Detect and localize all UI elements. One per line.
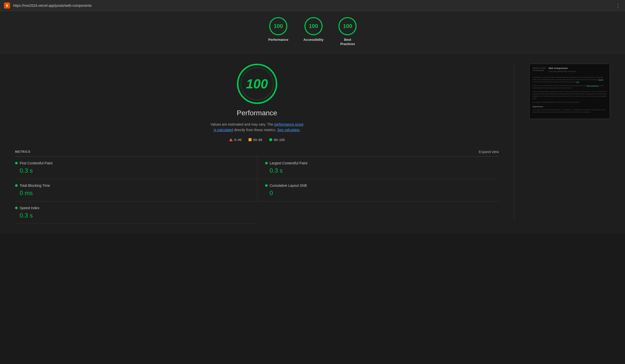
screenshot-body2: At the time, I made a decision to use an… (533, 85, 607, 89)
metric-cls-dot (265, 184, 268, 187)
legend-range-green: 90–100 (274, 138, 285, 142)
legend-range-orange: 50–89 (253, 138, 262, 142)
screenshot-section-title: Experience (533, 105, 607, 108)
metric-cls-label: Cumulative Layout Shift (270, 184, 307, 188)
metric-fcp-label-row: First Contentful Paint (15, 161, 249, 165)
metric-si: Speed Index 0.3 s (15, 201, 257, 224)
legend-square-icon (249, 138, 252, 141)
metric-fcp-value: 0.3 s (20, 167, 249, 174)
accessibility-score-label: Accessibility (303, 38, 324, 42)
metric-tbt-dot (15, 184, 18, 187)
category-title: Performance (15, 109, 499, 117)
big-score-value: 100 (246, 76, 268, 91)
legend-item-orange: 50–89 (249, 138, 262, 142)
screenshot-body3: Web Components bring a natural ring of a… (533, 91, 607, 100)
accessibility-score-item: 100 Accessibility (303, 17, 324, 42)
metric-fcp-dot (15, 162, 18, 164)
metric-si-value: 0.3 s (20, 212, 249, 219)
description-part1: Values are estimated and may vary. The (211, 122, 274, 126)
big-score-circle: 100 (237, 64, 277, 104)
score-summary-bar: 100 Performance 100 Accessibility 100 Be… (0, 11, 625, 54)
metrics-grid: First Contentful Paint 0.3 s Largest Con… (15, 157, 499, 224)
metric-si-dot (15, 207, 18, 209)
metric-tbt-label-row: Total Blocking Time (15, 184, 249, 188)
metric-lcp-label: Largest Contentful Paint (270, 161, 307, 165)
vertical-divider (514, 64, 514, 219)
best-practices-score-circle: 100 (338, 17, 357, 35)
metric-fcp-label: First Contentful Paint (20, 161, 53, 165)
metric-tbt-label: Total Blocking Time (20, 184, 50, 188)
screenshot-content-col: Web Components They keep getting better … (548, 67, 607, 74)
screenshot-body1: A while back I wrote to the website, (di… (533, 76, 607, 83)
accessibility-score-circle: 100 (304, 17, 323, 35)
metrics-heading: METRICS (15, 150, 30, 154)
screenshot-title: Web Components (548, 67, 607, 69)
browser-url: https://nve2024.vercel.app/posts/web-com… (13, 4, 612, 8)
metric-si-label-row: Speed Index (15, 206, 249, 210)
screenshot-body5: There were a number of like frameworks, … (533, 109, 607, 113)
main-content: 100 Performance Values are estimated and… (0, 54, 625, 234)
screenshot-container: What Are WebComponents Web Components Th… (529, 64, 610, 119)
browser-bar: https://nve2024.vercel.app/posts/web-com… (0, 0, 625, 11)
screenshot-nav: What Are WebComponents (533, 67, 545, 74)
legend-item-red: 0–49 (229, 138, 241, 142)
best-practices-score-label: BestPractices (340, 38, 355, 46)
legend-triangle-icon (229, 138, 233, 141)
performance-score-item: 100 Performance (268, 17, 288, 42)
calculator-link[interactable]: See calculator. (277, 128, 300, 132)
legend: 0–49 50–89 90–100 (15, 138, 499, 142)
description-text: Values are estimated and may vary. The p… (199, 122, 315, 133)
metric-cls: Cumulative Layout Shift 0 (257, 179, 499, 201)
metric-lcp-value: 0.3 s (270, 167, 495, 174)
best-practices-score-item: 100 BestPractices (338, 17, 357, 46)
performance-score-circle: 100 (269, 17, 287, 35)
legend-item-green: 90–100 (269, 138, 285, 142)
metrics-header: METRICS Expand view (15, 150, 499, 157)
app-icon (4, 3, 10, 9)
screenshot-body4: But things are changing! Quickly, over t… (533, 101, 607, 103)
metric-lcp: Largest Contentful Paint 0.3 s (257, 157, 499, 179)
expand-view-button[interactable]: Expand view (479, 150, 499, 154)
screenshot-subtitle: They keep getting better every day. (548, 70, 607, 72)
legend-range-red: 0–49 (234, 138, 241, 142)
description-part2: directly from these metrics. (234, 128, 277, 132)
metric-lcp-label-row: Largest Contentful Paint (265, 161, 495, 165)
big-score-container: 100 (15, 64, 499, 104)
legend-dot-icon (269, 138, 272, 141)
right-panel: What Are WebComponents Web Components Th… (529, 64, 610, 119)
metric-tbt-value: 0 ms (20, 190, 249, 197)
metric-tbt: Total Blocking Time 0 ms (15, 179, 257, 201)
metric-fcp: First Contentful Paint 0.3 s (15, 157, 257, 179)
svg-point-1 (6, 5, 8, 6)
metric-si-label: Speed Index (20, 206, 40, 210)
screenshot-inner: What Are WebComponents Web Components Th… (530, 64, 610, 118)
screenshot-header: What Are WebComponents Web Components Th… (533, 67, 607, 74)
metric-cls-value: 0 (270, 190, 495, 197)
metric-cls-label-row: Cumulative Layout Shift (265, 184, 495, 188)
performance-score-label: Performance (268, 38, 288, 42)
browser-menu-icon[interactable]: ⋮ (615, 3, 621, 9)
metric-lcp-dot (265, 162, 268, 164)
left-panel: 100 Performance Values are estimated and… (15, 64, 499, 224)
